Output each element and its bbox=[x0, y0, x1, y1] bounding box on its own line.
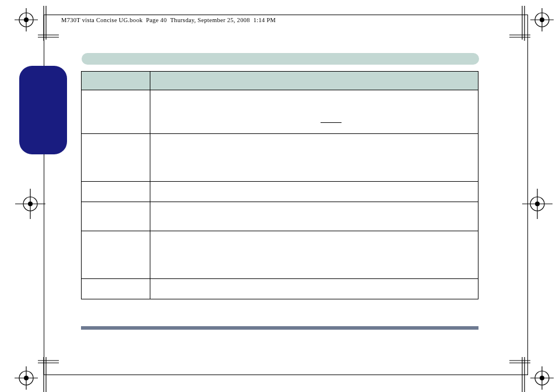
table-row bbox=[82, 134, 478, 182]
section-title-pill bbox=[82, 53, 479, 65]
table-row bbox=[82, 90, 478, 134]
table-row bbox=[82, 202, 478, 231]
svg-point-37 bbox=[535, 202, 540, 206]
svg-point-24 bbox=[535, 371, 549, 385]
footer-accent-bar bbox=[81, 326, 478, 330]
svg-point-36 bbox=[530, 197, 544, 211]
svg-point-25 bbox=[540, 376, 544, 380]
chapter-tab bbox=[19, 66, 67, 154]
svg-point-33 bbox=[28, 202, 33, 206]
crop-mark-icon bbox=[12, 6, 59, 48]
table-header-row bbox=[82, 72, 478, 90]
book-header-line: M730T vista Concise UG.book Page 40 Thur… bbox=[61, 17, 276, 23]
svg-point-8 bbox=[535, 13, 549, 27]
crop-frame-top bbox=[44, 15, 528, 15]
table-header-cell bbox=[150, 72, 478, 90]
crop-mark-icon bbox=[521, 188, 554, 220]
crop-mark-icon bbox=[509, 347, 556, 392]
table-header-cell bbox=[82, 72, 150, 90]
content-table bbox=[81, 71, 478, 299]
svg-point-9 bbox=[540, 17, 544, 22]
crop-frame-bottom bbox=[44, 375, 528, 375]
svg-point-32 bbox=[23, 197, 37, 211]
table-row bbox=[82, 279, 478, 299]
inline-underline bbox=[321, 122, 342, 123]
svg-point-0 bbox=[19, 13, 33, 27]
svg-point-17 bbox=[24, 376, 29, 380]
svg-point-16 bbox=[19, 371, 33, 385]
svg-point-1 bbox=[24, 17, 29, 22]
crop-frame-right bbox=[527, 15, 528, 375]
table-row bbox=[82, 231, 478, 279]
crop-mark-icon bbox=[509, 6, 556, 48]
table-row bbox=[82, 182, 478, 202]
crop-mark-icon bbox=[12, 347, 59, 392]
crop-mark-icon bbox=[14, 188, 47, 220]
